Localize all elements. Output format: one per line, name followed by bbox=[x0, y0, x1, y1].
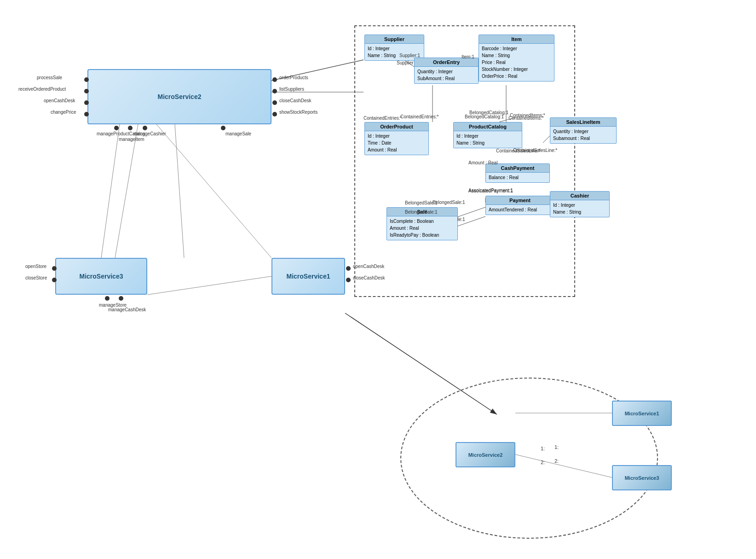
port-changeprice bbox=[84, 112, 89, 116]
class-productcatalog-body: Id : IntegerName : String bbox=[454, 131, 522, 148]
port-manageproductcatalog bbox=[114, 126, 119, 130]
class-cashier-body: Id : IntegerName : String bbox=[550, 200, 609, 217]
class-orderproduct-body: Id : IntegerTime : DateAmount : Real bbox=[365, 131, 428, 155]
port-closestore bbox=[52, 278, 57, 282]
svg-line-24 bbox=[147, 276, 271, 295]
port-label-opencashdesk-ms2: openCashDesk bbox=[44, 98, 75, 103]
class-saleslineitem-body: Quantity : IntegerSubamount : Real bbox=[550, 127, 616, 143]
class-cashpayment-body: Balance : Real bbox=[486, 173, 549, 182]
port-orderproducts bbox=[272, 77, 277, 82]
microservice2-label: MicroService2 bbox=[158, 93, 202, 100]
port-opencashdesk-ms1 bbox=[346, 266, 351, 271]
mini-label-1: 1: bbox=[541, 446, 545, 451]
port-managecashdesk bbox=[119, 296, 123, 301]
class-item: Item Barcode : IntegerName : StringPrice… bbox=[479, 35, 554, 82]
class-item-title: Item bbox=[479, 35, 554, 44]
port-label-changeprice: changePrice bbox=[51, 110, 76, 115]
rel-containeditems: ContainedItems:* bbox=[510, 113, 545, 118]
class-productcatalog: ProductCatalog Id : IntegerName : String bbox=[453, 122, 522, 148]
port-openstore bbox=[52, 266, 57, 271]
port-closecashdesk-ms1 bbox=[346, 278, 351, 282]
port-managesale bbox=[221, 126, 225, 130]
port-label-opencashdesk-ms1: openCashDesk bbox=[353, 264, 384, 269]
class-sale-body: IsComplete : BooleanAmount : RealIsReady… bbox=[387, 216, 457, 240]
mini-microservice2: MicroService2 bbox=[456, 442, 515, 467]
port-showstockreports bbox=[272, 112, 277, 116]
svg-line-21 bbox=[115, 124, 138, 258]
port-label-managecashdesk: manageCashDesk bbox=[108, 307, 146, 312]
class-saleslineitem: SalesLineItem Quantity : IntegerSubamoun… bbox=[550, 117, 617, 144]
port-label-managecashier: manageCashier bbox=[133, 131, 166, 136]
port-label-openstore: openStore bbox=[25, 264, 46, 269]
microservice1-box: MicroService1 bbox=[271, 258, 345, 295]
rel-belongedsale2: BelongedSale:1 bbox=[405, 210, 438, 215]
rel-belongedcatalog: BelongedCatalog:1 bbox=[465, 114, 504, 119]
class-orderproduct: OrderProduct Id : IntegerTime : DateAmou… bbox=[364, 122, 429, 155]
rel-containedsalesline: ContainedSalesLine:* bbox=[496, 148, 540, 153]
port-label-receiveorderedproduct: receiveOrderedProduct bbox=[18, 87, 66, 92]
port-label-listsuppliers: listSuppliers bbox=[279, 87, 304, 92]
port-listsuppliers bbox=[272, 89, 277, 93]
port-processsale bbox=[84, 77, 89, 82]
svg-line-22 bbox=[156, 124, 271, 258]
port-label-closecashdesk-r: closeCashDesk bbox=[279, 98, 311, 103]
rel-assoicated: AssoicatedPayment:1 bbox=[468, 188, 513, 193]
class-saleslineitem-title: SalesLineItem bbox=[550, 118, 616, 127]
port-label-closecashdesk-ms1: closeCashDesk bbox=[353, 275, 385, 280]
port-label-manageitem: manageItem bbox=[119, 137, 144, 142]
svg-line-23 bbox=[175, 124, 184, 258]
class-payment: Payment AmountTendered : Real bbox=[485, 196, 554, 215]
microservice2-box: MicroService2 bbox=[87, 69, 271, 124]
mini-microservice1: MicroService1 bbox=[612, 401, 672, 426]
mini-microservice3: MicroService3 bbox=[612, 465, 672, 490]
port-label-managesale: manageSale bbox=[225, 131, 251, 136]
svg-line-20 bbox=[101, 124, 120, 258]
mini-ms1-label: MicroService1 bbox=[625, 411, 659, 416]
class-orderentry-body: Quantity : IntegerSubAmount : Real bbox=[415, 67, 478, 83]
port-label-showstockreports: showStockReports bbox=[279, 110, 317, 115]
port-manageitem bbox=[128, 126, 133, 130]
class-orderproduct-title: OrderProduct bbox=[365, 122, 428, 131]
port-label-closestore: closeStore bbox=[25, 275, 47, 280]
microservice3-label: MicroService3 bbox=[80, 273, 123, 280]
port-closecashdesk-r bbox=[272, 100, 277, 105]
port-managecashier bbox=[143, 126, 147, 130]
port-managestore bbox=[105, 296, 110, 301]
class-cashier: Cashier Id : IntegerName : String bbox=[550, 191, 610, 217]
rel-item1: Item:1 bbox=[462, 54, 474, 59]
mini-ms3-label: MicroService3 bbox=[625, 475, 659, 481]
port-label-processsale: processSale bbox=[37, 75, 62, 80]
mini-ms2-label: MicroService2 bbox=[468, 452, 503, 458]
class-cashpayment: CashPayment Balance : Real bbox=[485, 163, 550, 183]
rel-belongedsale1: BelongedSale:1 bbox=[405, 200, 438, 205]
class-payment-body: AmountTendered : Real bbox=[486, 205, 554, 215]
main-canvas: Supplier:1 Item:1 ContainedItems:* Conta… bbox=[0, 0, 756, 559]
class-item-body: Barcode : IntegerName : StringPrice : Re… bbox=[479, 44, 554, 81]
class-payment-title: Payment bbox=[486, 196, 554, 205]
rel-supplier1: Supplier:1 bbox=[399, 53, 420, 58]
rel-amount-real: Amount : Real bbox=[468, 160, 497, 165]
rel-containedentries: ContainedEntries:* bbox=[400, 114, 439, 119]
mini-label-2: 2: bbox=[541, 460, 545, 465]
class-productcatalog-title: ProductCatalog bbox=[454, 122, 522, 131]
microservice3-box: MicroService3 bbox=[55, 258, 147, 295]
port-receiveorderedproduct bbox=[84, 89, 89, 93]
port-label-orderproducts: orderProducts bbox=[279, 75, 308, 80]
class-cashier-title: Cashier bbox=[550, 192, 609, 200]
microservice1-label: MicroService1 bbox=[287, 273, 330, 280]
class-supplier-title: Supplier bbox=[365, 35, 424, 44]
class-orderentry: OrderEntry Quantity : IntegerSubAmount :… bbox=[414, 58, 479, 84]
port-opencashdesk-ms2 bbox=[84, 100, 89, 105]
